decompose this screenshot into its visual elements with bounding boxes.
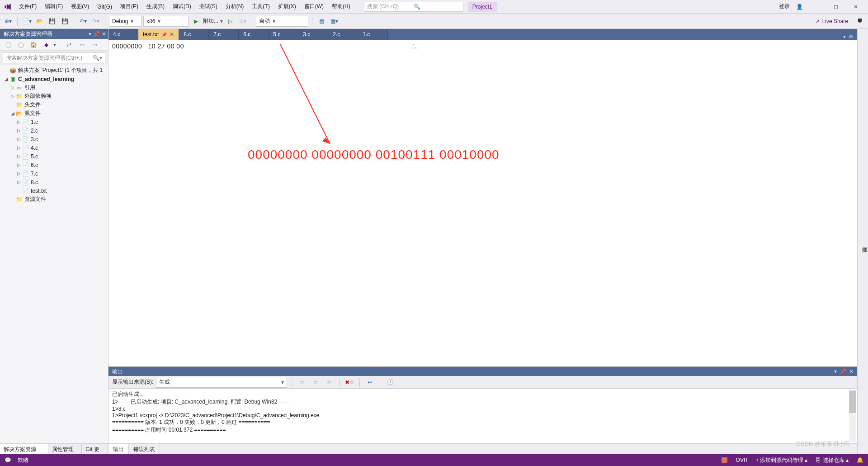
menu-edit[interactable]: 编辑(E) (41, 1, 66, 12)
doc-tab[interactable]: 1.c (358, 29, 388, 40)
doc-tab[interactable]: 5.c (269, 29, 298, 40)
tool-icon-1[interactable]: ▦ (316, 16, 327, 27)
tree-file[interactable]: ▷📄6.c (0, 161, 108, 169)
panel-dropdown-icon[interactable]: ▾ (89, 31, 91, 37)
menu-extensions[interactable]: 扩展(X) (274, 1, 300, 12)
tree-headers[interactable]: 📁头文件 (0, 100, 108, 109)
close-button[interactable]: ✕ (849, 2, 863, 12)
doc-tab[interactable]: 8.c (179, 29, 209, 40)
doc-tab[interactable]: 3.c (298, 29, 328, 40)
redo-icon[interactable]: ↷▾ (90, 16, 101, 27)
menu-tools[interactable]: 工具(T) (248, 1, 273, 12)
menu-build[interactable]: 生成(B) (143, 1, 168, 12)
menu-test[interactable]: 测试(S) (196, 1, 221, 12)
pin-icon[interactable]: 📌 (161, 32, 167, 37)
status-add-source[interactable]: ↑ 添加到源代码管理 ▴ (756, 456, 808, 464)
live-share-button[interactable]: ↗ Live Share (811, 18, 853, 24)
sidebar-tab-sln[interactable]: 解决方案资源管... (0, 444, 48, 454)
start-debug-button[interactable]: ▶ (190, 16, 201, 27)
output-from-dropdown[interactable]: 生成▾ (156, 377, 287, 388)
solution-search-input[interactable]: 搜索解决方案资源管理器(Ctrl+;) 🔍▾ (3, 52, 105, 63)
tree-solution[interactable]: 📦解决方案 'Project1' (1 个项目，共 1 (0, 66, 108, 75)
global-search-input[interactable]: 搜索 (Ctrl+Q) 🔍 (364, 2, 463, 12)
tabs-gear-icon[interactable]: ⚙ (849, 33, 854, 40)
menu-git[interactable]: Git(G) (94, 2, 116, 12)
menu-help[interactable]: 帮助(H) (328, 1, 354, 12)
doc-tab-active[interactable]: test.txt 📌 ✕ (138, 29, 179, 40)
bottom-tab-errors[interactable]: 错误列表 (129, 444, 160, 454)
admin-icon[interactable]: ⛊ (854, 16, 865, 27)
auto-dropdown[interactable]: 自动▾ (256, 16, 308, 27)
maximize-button[interactable]: ◻ (829, 2, 843, 12)
tree-ext-deps[interactable]: ▷📁外部依赖项 (0, 92, 108, 100)
out-tool-icon[interactable]: ≣ (324, 377, 335, 388)
out-tool-icon[interactable]: ≣ (297, 377, 307, 388)
status-chat-icon[interactable]: 💬 (5, 457, 11, 463)
tree-file[interactable]: ▷📄3.c (0, 135, 108, 143)
panel-pin-icon[interactable]: 📌 (93, 31, 100, 37)
panel-close-icon[interactable]: ✕ (102, 31, 106, 37)
new-file-icon[interactable]: 📄▾ (21, 16, 32, 27)
tree-file[interactable]: ▷📄1.c (0, 118, 108, 126)
doc-tab[interactable]: 7.c (209, 29, 239, 40)
output-pin-icon[interactable]: 📌 (840, 368, 846, 375)
status-bell-icon[interactable]: 🔔 (857, 457, 863, 463)
sln-back-icon[interactable]: ◯ (3, 39, 14, 50)
tree-file[interactable]: 📄test.txt (0, 186, 108, 195)
out-clock-icon[interactable]: 🕐 (385, 377, 396, 388)
doc-tab[interactable]: 6.c (239, 29, 269, 40)
save-all-icon[interactable]: 💾 (59, 16, 70, 27)
tree-sources[interactable]: ◢📂源文件 (0, 109, 108, 118)
tab-close-icon[interactable]: ✕ (170, 31, 174, 38)
sln-refresh-icon[interactable]: ▭ (76, 39, 87, 50)
menu-file[interactable]: 文件(F) (15, 1, 40, 12)
output-scroll-thumb[interactable] (849, 390, 856, 413)
out-wrap-icon[interactable]: ↩ (364, 377, 375, 388)
tabs-dropdown-icon[interactable]: ▾ (843, 33, 846, 40)
editor-area[interactable]: 00000000 10 27 00 00 .'.. 00000000 00000… (108, 40, 857, 366)
config-dropdown[interactable]: Debug▾ (109, 16, 142, 27)
tree-references[interactable]: ▷▫▫引用 (0, 83, 108, 92)
attach-button[interactable]: 附加... (203, 17, 218, 25)
menu-debug[interactable]: 调试(D) (169, 1, 195, 12)
menu-analyze[interactable]: 分析(N) (222, 1, 248, 12)
tree-file[interactable]: ▷📄8.c (0, 178, 108, 186)
status-select-repo[interactable]: 🗄 选择仓库 ▴ (816, 456, 849, 464)
out-clear-icon[interactable]: ✖≣ (344, 377, 355, 388)
output-close-icon[interactable]: ✕ (849, 368, 854, 375)
minimize-button[interactable]: — (809, 2, 823, 12)
tree-project[interactable]: ◢▣C_advanced_learning (0, 75, 108, 83)
menu-window[interactable]: 窗口(W) (301, 1, 327, 12)
sln-sync-icon[interactable]: ⇄ (64, 39, 75, 50)
user-icon[interactable]: 👤 (796, 4, 803, 10)
open-icon[interactable]: 📂 (34, 16, 45, 27)
sidebar-tab-git[interactable]: Git 更改 (82, 444, 108, 454)
menu-project[interactable]: 项目(P) (117, 1, 142, 12)
sln-vs-icon[interactable]: ◆ (41, 39, 52, 50)
status-build-icon[interactable]: 🧱 (721, 457, 728, 463)
right-rail-properties[interactable]: 属性 (857, 29, 868, 454)
tree-file[interactable]: ▷📄4.c (0, 143, 108, 152)
sln-fwd-icon[interactable]: ◯ (15, 39, 26, 50)
back-nav-icon[interactable]: ⊕▾ (3, 16, 14, 27)
stop-icon[interactable]: ⊘▾ (237, 16, 248, 27)
login-link[interactable]: 登录 (779, 3, 790, 10)
tool-icon-2[interactable]: ▦▾ (329, 16, 340, 27)
menu-view[interactable]: 视图(V) (67, 1, 93, 12)
doc-tab[interactable]: 2.c (328, 29, 358, 40)
start-nodebug-button[interactable]: ▷ (225, 16, 236, 27)
platform-dropdown[interactable]: x86▾ (143, 16, 189, 27)
tree-resources[interactable]: 📁资源文件 (0, 195, 108, 204)
project-badge[interactable]: Project1 (468, 2, 497, 12)
bottom-tab-output[interactable]: 输出 (108, 444, 129, 454)
output-dropdown-icon[interactable]: ▾ (834, 368, 837, 375)
sidebar-tab-props[interactable]: 属性管理器 (48, 444, 82, 454)
undo-icon[interactable]: ↶▾ (78, 16, 89, 27)
sln-home-icon[interactable]: 🏠 (28, 39, 39, 50)
out-tool-icon[interactable]: ≣ (310, 377, 321, 388)
solution-tree[interactable]: 📦解决方案 'Project1' (1 个项目，共 1 ◢▣C_advanced… (0, 65, 108, 443)
save-icon[interactable]: 💾 (47, 16, 57, 27)
tree-file[interactable]: ▷📄2.c (0, 126, 108, 135)
doc-tab[interactable]: 4.c (108, 29, 138, 40)
tree-file[interactable]: ▷📄5.c (0, 152, 108, 161)
